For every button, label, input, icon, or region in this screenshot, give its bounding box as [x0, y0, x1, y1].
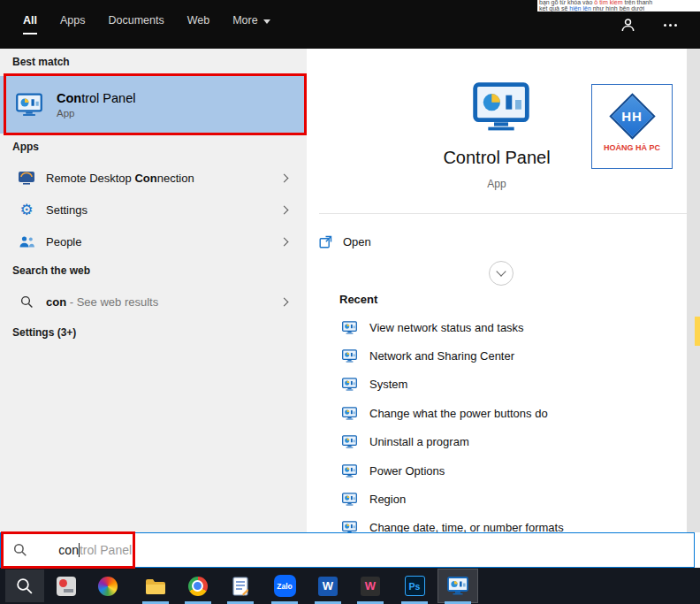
taskbar-media-app[interactable]	[88, 570, 127, 602]
options-ellipsis-icon[interactable]	[662, 20, 679, 30]
tab-all[interactable]: All	[23, 14, 37, 34]
taskbar-capture-tool[interactable]	[47, 570, 86, 602]
recent-list: View network status and tasks Network an…	[307, 313, 687, 542]
background-line-2: kết quả sẽ hiện lên như hình bên dưới	[539, 6, 698, 12]
notepad-icon	[232, 577, 248, 596]
tab-web[interactable]: Web	[187, 14, 209, 34]
taskbar-photoshop[interactable]: Ps	[395, 570, 434, 602]
recent-header: Recent	[339, 293, 377, 306]
open-icon	[319, 235, 332, 248]
background-page-edge	[687, 49, 700, 532]
zalo-icon: Zalo	[274, 575, 296, 597]
best-match-subtitle: App	[57, 108, 135, 119]
taskbar-control-panel[interactable]	[438, 570, 477, 602]
recent-item[interactable]: View network status and tasks	[307, 313, 687, 341]
open-action[interactable]: Open	[319, 226, 514, 257]
control-panel-icon-large	[468, 79, 535, 135]
apps-header: Apps	[12, 141, 39, 153]
feedback-user-icon[interactable]	[620, 18, 635, 33]
taskbar-file-explorer[interactable]	[136, 570, 175, 602]
tab-apps[interactable]: Apps	[60, 14, 86, 34]
photoshop-icon: Ps	[405, 576, 425, 596]
chrome-icon	[188, 577, 208, 596]
tab-documents[interactable]: Documents	[108, 14, 164, 34]
taskbar: Zalo W W Ps	[0, 568, 700, 604]
search-icon	[13, 543, 27, 557]
taskbar-text-editor[interactable]	[221, 570, 260, 602]
recent-item[interactable]: Region	[307, 485, 687, 513]
preview-panel: Control Panel App HH HOÀNG HÀ PC Open Re…	[307, 49, 687, 532]
recent-item[interactable]: Uninstall a program	[307, 428, 687, 456]
chevron-right-icon	[280, 297, 289, 306]
recent-item[interactable]: Change what the power buttons do	[307, 399, 687, 427]
control-panel-icon	[342, 407, 357, 420]
folder-icon	[145, 577, 166, 595]
recent-item[interactable]: System	[307, 371, 687, 399]
result-label: People	[46, 235, 81, 248]
result-web-search[interactable]: con - See web results	[0, 286, 307, 317]
settings-gear-icon: ⚙	[16, 203, 37, 218]
tab-more[interactable]: More	[232, 14, 270, 34]
preview-app-subtitle: App	[307, 178, 687, 190]
search-typed-text: con	[58, 543, 79, 557]
media-app-icon	[98, 577, 118, 596]
logo-monogram: HH	[607, 91, 657, 141]
result-remote-desktop-connection[interactable]: Remote Desktop Connection	[0, 162, 307, 194]
result-label: Remote Desktop Connection	[46, 172, 194, 185]
control-panel-icon	[342, 378, 357, 391]
control-panel-icon	[342, 321, 357, 334]
result-settings[interactable]: ⚙ Settings	[0, 194, 307, 226]
search-autocomplete-text: trol Panel	[80, 543, 132, 557]
recent-item[interactable]: Power Options	[307, 456, 687, 485]
taskbar-search-button[interactable]	[5, 570, 44, 602]
chevron-right-icon	[280, 237, 289, 246]
word-icon: W	[318, 577, 338, 596]
control-panel-icon	[342, 493, 357, 506]
control-panel-icon	[342, 435, 357, 448]
control-panel-icon	[342, 464, 357, 478]
taskbar-zalo[interactable]: Zalo	[265, 570, 304, 602]
divider	[319, 213, 687, 214]
taskbar-word[interactable]: W	[308, 570, 347, 602]
best-match-header: Best match	[12, 56, 70, 68]
open-label: Open	[343, 235, 371, 248]
best-match-control-panel[interactable]: Control Panel App	[0, 76, 307, 134]
wamp-icon: W	[361, 577, 380, 596]
chevron-right-icon	[280, 205, 289, 214]
result-label: con - See web results	[46, 295, 158, 309]
expand-details-button[interactable]	[489, 261, 514, 286]
result-people[interactable]: People	[0, 226, 307, 257]
search-icon	[16, 577, 34, 595]
search-the-web-header: Search the web	[12, 264, 90, 277]
recent-item[interactable]: Network and Sharing Center	[307, 341, 687, 370]
background-page-highlight	[695, 317, 700, 346]
search-icon	[16, 295, 37, 309]
logo-caption: HOÀNG HÀ PC	[604, 143, 660, 152]
control-panel-icon	[16, 93, 42, 117]
control-panel-icon	[342, 349, 357, 363]
chevron-down-icon	[263, 19, 270, 24]
settings-group-header: Settings (3+)	[12, 326, 76, 339]
best-match-title: Control Panel	[57, 91, 135, 105]
result-label: Settings	[46, 203, 88, 217]
capture-tool-icon	[57, 577, 76, 596]
chevron-down-icon	[496, 266, 506, 276]
search-filter-tabs: All Apps Documents Web More	[23, 14, 270, 34]
taskbar-wamp[interactable]: W	[351, 570, 390, 602]
background-page-text: bạn gõ từ khóa vào ô tìm kiếm trên thanh…	[537, 0, 700, 11]
taskbar-chrome[interactable]	[179, 570, 217, 602]
people-icon	[16, 235, 37, 248]
taskbar-search-input[interactable]: control Panel	[0, 532, 695, 568]
remote-desktop-icon	[16, 171, 37, 186]
chevron-right-icon	[280, 173, 289, 182]
hoang-ha-pc-logo: HH HOÀNG HÀ PC	[591, 84, 673, 169]
search-results-panel: Best match Control Panel App Apps	[0, 49, 307, 532]
control-panel-icon	[447, 577, 468, 595]
windows-search-screen: bạn gõ từ khóa vào ô tìm kiếm trên thanh…	[0, 0, 700, 604]
